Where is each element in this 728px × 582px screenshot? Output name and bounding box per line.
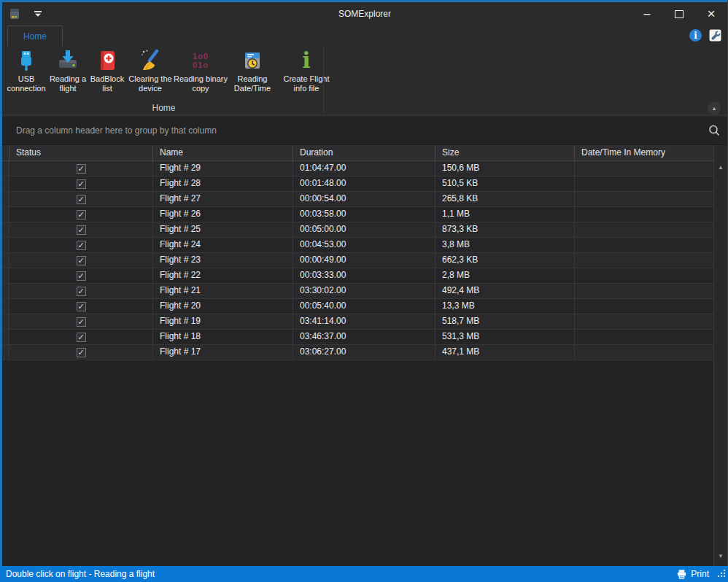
app-icon[interactable] bbox=[8, 7, 21, 20]
maximize-button[interactable] bbox=[663, 2, 695, 26]
ribbon-home-group: USB connection Reading a flight BadBlock… bbox=[2, 46, 727, 102]
flight-checkbox[interactable] bbox=[77, 317, 86, 327]
flight-checkbox[interactable] bbox=[77, 210, 86, 220]
scroll-down-button[interactable]: ▼ bbox=[714, 550, 727, 562]
scroll-up-button[interactable]: ▲ bbox=[714, 161, 727, 173]
status-cell bbox=[9, 268, 153, 283]
table-row[interactable]: Flight # 28 00:01:48.00 510,5 KB bbox=[2, 176, 714, 192]
row-indicator bbox=[2, 222, 9, 237]
flight-size-cell: 510,5 KB bbox=[435, 176, 575, 191]
flight-size-cell: 150,6 MB bbox=[435, 161, 575, 176]
flight-size-cell: 492,4 MB bbox=[435, 284, 575, 298]
clearing-the-device-button[interactable]: Clearing the device bbox=[128, 47, 173, 101]
column-header-name[interactable]: Name bbox=[153, 145, 293, 160]
flight-checkbox[interactable] bbox=[77, 256, 86, 265]
flight-duration-cell: 00:05:40.00 bbox=[293, 299, 435, 314]
reading-datetime-label: Reading Date/Time bbox=[228, 74, 276, 93]
flight-checkbox[interactable] bbox=[77, 195, 86, 204]
tab-home[interactable]: Home bbox=[7, 26, 63, 46]
table-row[interactable]: Flight # 29 01:04:47.00 150,6 MB bbox=[2, 161, 714, 176]
flight-download-icon bbox=[56, 47, 80, 74]
quick-access-dropdown-icon[interactable] bbox=[33, 9, 43, 18]
flight-checkbox[interactable] bbox=[77, 241, 86, 250]
flight-checkbox[interactable] bbox=[77, 179, 86, 189]
grid-header: Status Name Duration Size Date/Time In M… bbox=[2, 145, 714, 161]
flight-duration-cell: 03:41:14.00 bbox=[293, 314, 435, 329]
maximize-icon bbox=[675, 10, 684, 18]
create-flight-info-file-button[interactable]: i Create Flight info file bbox=[276, 47, 336, 101]
flight-duration-cell: 03:46:37.00 bbox=[293, 330, 435, 344]
minimize-button[interactable]: – bbox=[631, 2, 663, 26]
binary-icon: 1o001o bbox=[193, 47, 209, 74]
badblock-list-button[interactable]: BadBlock list bbox=[87, 47, 128, 101]
flight-checkbox[interactable] bbox=[77, 348, 86, 357]
flight-duration-cell: 00:05:00.00 bbox=[293, 222, 435, 237]
table-row[interactable]: Flight # 23 00:00:49.00 662,3 KB bbox=[2, 253, 714, 268]
column-header-datetime[interactable]: Date/Time In Memory bbox=[575, 145, 714, 160]
status-cell bbox=[9, 238, 153, 252]
usb-icon bbox=[15, 47, 38, 74]
ribbon-collapse-button[interactable]: ▲ bbox=[708, 101, 721, 115]
row-indicator bbox=[2, 268, 9, 283]
reading-binary-copy-button[interactable]: 1o001o Reading binary copy bbox=[173, 47, 228, 101]
column-header-size[interactable]: Size bbox=[435, 145, 575, 160]
table-row[interactable]: Flight # 21 03:30:02.00 492,4 MB bbox=[2, 284, 714, 299]
flight-checkbox[interactable] bbox=[77, 287, 86, 296]
resize-grip[interactable] bbox=[716, 568, 727, 581]
row-indicator bbox=[2, 345, 9, 360]
table-row[interactable]: Flight # 18 03:46:37.00 531,3 MB bbox=[2, 330, 714, 345]
reading-binary-copy-label: Reading binary copy bbox=[173, 74, 228, 93]
badblock-list-label: BadBlock list bbox=[87, 74, 128, 93]
table-row[interactable]: Flight # 19 03:41:14.00 518,7 MB bbox=[2, 314, 714, 330]
flight-duration-cell: 00:00:54.00 bbox=[293, 192, 435, 206]
printer-icon bbox=[676, 569, 687, 580]
reading-a-flight-button[interactable]: Reading a flight bbox=[49, 47, 87, 101]
column-header-status[interactable]: Status bbox=[9, 145, 153, 160]
flight-datetime-cell bbox=[575, 222, 714, 237]
about-button[interactable]: i bbox=[689, 29, 702, 42]
table-row[interactable]: Flight # 25 00:05:00.00 873,3 KB bbox=[2, 222, 714, 238]
triangle-down-icon: ▼ bbox=[718, 553, 724, 559]
status-cell bbox=[9, 345, 153, 360]
info-file-icon: i bbox=[302, 47, 310, 74]
print-button[interactable]: Print bbox=[676, 569, 709, 580]
table-row[interactable]: Flight # 20 00:05:40.00 13,3 MB bbox=[2, 299, 714, 314]
table-row[interactable]: Flight # 26 00:03:58.00 1,1 MB bbox=[2, 207, 714, 222]
flight-checkbox[interactable] bbox=[77, 271, 86, 281]
flight-checkbox[interactable] bbox=[77, 333, 86, 342]
reading-datetime-button[interactable]: Reading Date/Time bbox=[228, 47, 276, 101]
flight-datetime-cell bbox=[575, 345, 714, 360]
flight-datetime-cell bbox=[575, 253, 714, 268]
status-message: Double click on flight - Reading a fligh… bbox=[6, 569, 155, 579]
usb-connection-button[interactable]: USB connection bbox=[4, 47, 49, 101]
group-by-bar[interactable]: Drag a column header here to group by th… bbox=[2, 117, 727, 145]
column-header-duration[interactable]: Duration bbox=[293, 145, 435, 160]
flight-size-cell: 662,3 KB bbox=[435, 253, 575, 268]
table-row[interactable]: Flight # 27 00:00:54.00 265,8 KB bbox=[2, 192, 714, 207]
flight-name-cell: Flight # 17 bbox=[153, 345, 293, 360]
table-row[interactable]: Flight # 24 00:04:53.00 3,8 MB bbox=[2, 238, 714, 253]
row-indicator bbox=[2, 192, 9, 206]
flight-checkbox[interactable] bbox=[77, 225, 86, 235]
flight-name-cell: Flight # 22 bbox=[153, 268, 293, 283]
row-indicator bbox=[2, 314, 9, 329]
table-row[interactable]: Flight # 17 03:06:27.00 437,1 MB bbox=[2, 345, 714, 360]
flight-datetime-cell bbox=[575, 192, 714, 206]
flight-checkbox[interactable] bbox=[77, 164, 86, 174]
vertical-scrollbar[interactable]: ▲ ▼ bbox=[713, 145, 727, 566]
ribbon-tab-row: Home i bbox=[2, 26, 727, 46]
flight-datetime-cell bbox=[575, 207, 714, 222]
options-button[interactable] bbox=[709, 29, 721, 42]
reading-a-flight-label: Reading a flight bbox=[49, 74, 87, 93]
info-icon: i bbox=[694, 31, 697, 41]
search-button[interactable] bbox=[707, 123, 721, 138]
row-indicator bbox=[2, 238, 9, 252]
flight-checkbox[interactable] bbox=[77, 302, 86, 311]
table-row[interactable]: Flight # 22 00:03:33.00 2,8 MB bbox=[2, 268, 714, 284]
grid-rows: Flight # 29 01:04:47.00 150,6 MB Flight … bbox=[2, 161, 714, 360]
close-button[interactable]: × bbox=[695, 2, 727, 26]
flight-datetime-cell bbox=[575, 330, 714, 344]
print-label: Print bbox=[691, 569, 709, 579]
badblock-icon bbox=[96, 47, 119, 74]
flight-grid: Drag a column header here to group by th… bbox=[2, 117, 727, 566]
